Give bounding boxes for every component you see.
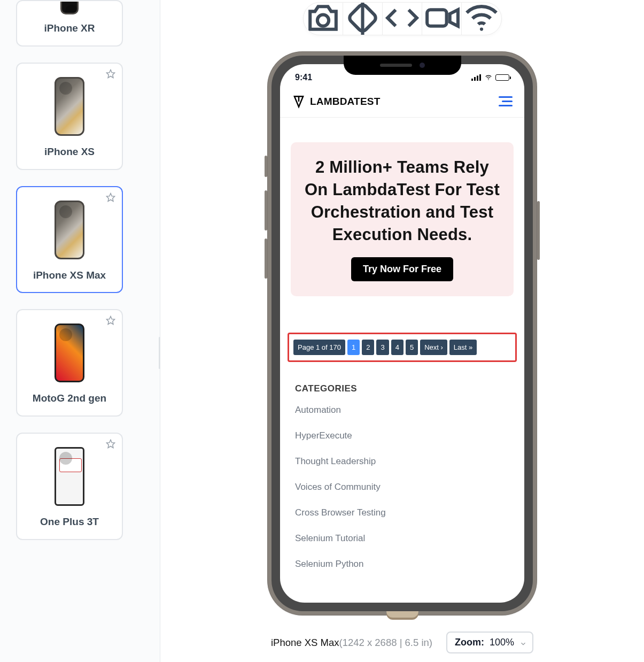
svg-rect-12: [477, 76, 478, 81]
categories-heading: CATEGORIES: [295, 383, 509, 394]
device-card-iphone-xs-max[interactable]: iPhone XS Max: [16, 186, 123, 294]
camera-icon: [304, 2, 343, 35]
device-info: iPhone XS Max(1242 x 2688 | 6.5 in): [271, 637, 432, 649]
svg-marker-1: [107, 193, 115, 201]
category-item[interactable]: HyperExecute: [295, 430, 509, 441]
main-area: 9:41 LAMBDATEST: [160, 0, 644, 662]
wifi-icon: [462, 2, 501, 35]
category-item[interactable]: Selenium Python: [295, 559, 509, 569]
device-volume-down: [265, 238, 267, 279]
status-icons: [471, 74, 509, 81]
video-icon: [422, 2, 461, 35]
pagination-info: Page 1 of 170: [293, 340, 345, 355]
pagination-last[interactable]: Last »: [449, 340, 477, 355]
favorite-star-icon[interactable]: [106, 315, 115, 327]
categories-section: CATEGORIES AutomationHyperExecuteThought…: [295, 383, 509, 569]
devtools-button[interactable]: [383, 3, 422, 35]
svg-rect-7: [427, 10, 447, 26]
rotate-icon: [343, 2, 382, 35]
category-item[interactable]: Selenium Tutorial: [295, 533, 509, 544]
device-label: MotoG 2nd gen: [22, 392, 117, 405]
svg-marker-0: [107, 70, 115, 78]
device-label: iPhone XS: [22, 146, 117, 158]
device-label: One Plus 3T: [22, 516, 117, 528]
record-button[interactable]: [422, 3, 462, 35]
favorite-star-icon[interactable]: [106, 439, 115, 451]
chevron-down-icon: [519, 639, 527, 646]
svg-point-4: [317, 14, 328, 26]
battery-icon: [495, 74, 509, 81]
wifi-status-icon: [484, 74, 493, 81]
device-chin: [386, 611, 418, 618]
device-card-iphone-xr[interactable]: iPhone XR: [16, 0, 123, 47]
zoom-label: Zoom:: [455, 637, 484, 648]
device-thumbnail: [22, 74, 117, 138]
device-thumbnail: [22, 198, 117, 262]
device-list-sidebar: iPhone XRiPhone XSiPhone XS MaxMotoG 2nd…: [0, 0, 160, 662]
device-frame: 9:41 LAMBDATEST: [267, 51, 537, 615]
category-item[interactable]: Voices of Community: [295, 482, 509, 492]
device-thumbnail: [22, 444, 117, 509]
device-label: iPhone XR: [22, 22, 117, 35]
device-power-button: [537, 201, 540, 260]
status-time: 9:41: [295, 73, 312, 82]
category-item[interactable]: Thought Leadership: [295, 456, 509, 467]
svg-rect-11: [474, 77, 476, 81]
pagination-page-3[interactable]: 3: [376, 340, 389, 355]
pagination-highlight: Page 1 of 170 12345 Next › Last »: [288, 333, 517, 362]
device-card-iphone-xs[interactable]: iPhone XS: [16, 63, 123, 170]
pagination-page-1[interactable]: 1: [347, 340, 360, 355]
pagination-next[interactable]: Next ›: [420, 340, 447, 355]
device-thumbnail: [22, 1, 117, 15]
hamburger-menu-button[interactable]: [499, 96, 513, 106]
brand-logo[interactable]: LAMBDATEST: [292, 95, 380, 109]
svg-rect-13: [479, 74, 481, 81]
zoom-value: 100%: [490, 637, 514, 648]
brand-name: LAMBDATEST: [310, 96, 380, 107]
zoom-selector[interactable]: Zoom: 100%: [446, 632, 533, 653]
device-mute-switch: [265, 156, 267, 177]
device-volume-up: [265, 190, 267, 230]
lambda-logo-icon: [292, 95, 306, 109]
hero-heading: 2 Million+ Teams Rely On LambdaTest For …: [302, 156, 502, 245]
favorite-star-icon[interactable]: [106, 193, 115, 204]
svg-marker-2: [107, 317, 115, 325]
device-screen[interactable]: 9:41 LAMBDATEST: [280, 64, 524, 603]
device-notch: [344, 56, 461, 75]
pagination-page-2[interactable]: 2: [362, 340, 374, 355]
signal-icon: [471, 74, 482, 81]
pagination-page-4[interactable]: 4: [391, 340, 404, 355]
category-item[interactable]: Cross Browser Testing: [295, 507, 509, 518]
footer-bar: iPhone XS Max(1242 x 2688 | 6.5 in) Zoom…: [160, 632, 644, 653]
svg-marker-8: [449, 10, 457, 26]
device-thumbnail: [22, 321, 117, 385]
hero-cta-button[interactable]: Try Now For Free: [351, 257, 453, 281]
network-button[interactable]: [462, 3, 501, 35]
svg-marker-3: [107, 440, 115, 448]
category-item[interactable]: Automation: [295, 405, 509, 415]
rotate-button[interactable]: [343, 3, 383, 35]
preview-toolbar: [303, 2, 502, 35]
footer-device-dims: (1242 x 2688 | 6.5 in): [339, 637, 432, 648]
svg-point-14: [488, 79, 488, 80]
favorite-star-icon[interactable]: [106, 69, 115, 81]
screenshot-button[interactable]: [304, 3, 343, 35]
devtools-icon: [383, 2, 422, 35]
svg-rect-10: [471, 79, 473, 81]
device-label: iPhone XS Max: [22, 270, 117, 282]
hero-banner: 2 Million+ Teams Rely On LambdaTest For …: [291, 142, 514, 296]
device-card-oneplus-3t[interactable]: One Plus 3T: [16, 433, 123, 540]
footer-device-name: iPhone XS Max: [271, 637, 339, 648]
pagination-page-5[interactable]: 5: [406, 340, 418, 355]
site-header: LAMBDATEST: [280, 86, 524, 118]
device-card-moto-g2[interactable]: MotoG 2nd gen: [16, 309, 123, 417]
svg-point-9: [479, 28, 483, 31]
